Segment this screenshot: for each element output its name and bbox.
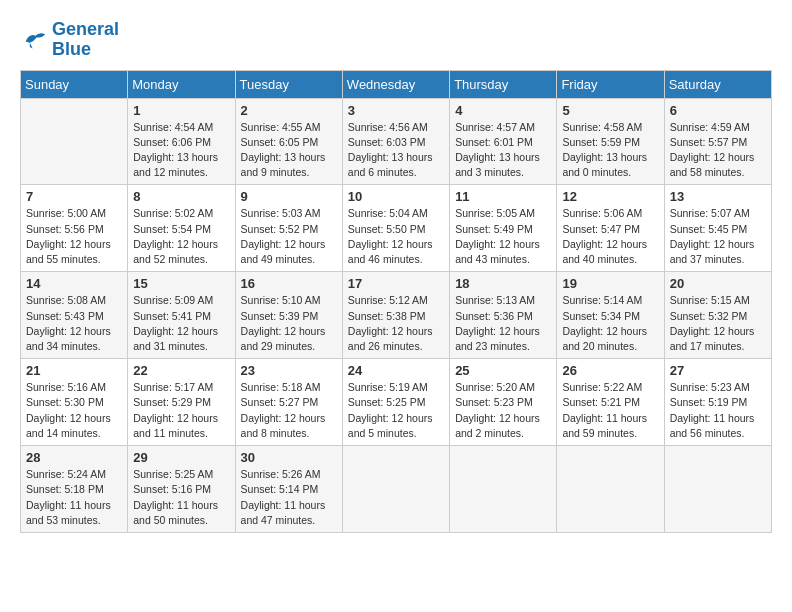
day-info: Sunrise: 5:20 AM Sunset: 5:23 PM Dayligh… <box>455 380 551 441</box>
day-number: 21 <box>26 363 122 378</box>
calendar-cell: 14Sunrise: 5:08 AM Sunset: 5:43 PM Dayli… <box>21 272 128 359</box>
calendar-cell: 16Sunrise: 5:10 AM Sunset: 5:39 PM Dayli… <box>235 272 342 359</box>
calendar-week-row: 1Sunrise: 4:54 AM Sunset: 6:06 PM Daylig… <box>21 98 772 185</box>
calendar-cell: 23Sunrise: 5:18 AM Sunset: 5:27 PM Dayli… <box>235 359 342 446</box>
calendar-cell: 19Sunrise: 5:14 AM Sunset: 5:34 PM Dayli… <box>557 272 664 359</box>
logo-text: General Blue <box>52 20 119 60</box>
day-info: Sunrise: 5:09 AM Sunset: 5:41 PM Dayligh… <box>133 293 229 354</box>
calendar-cell: 4Sunrise: 4:57 AM Sunset: 6:01 PM Daylig… <box>450 98 557 185</box>
day-info: Sunrise: 5:10 AM Sunset: 5:39 PM Dayligh… <box>241 293 337 354</box>
calendar-cell <box>21 98 128 185</box>
day-number: 7 <box>26 189 122 204</box>
day-info: Sunrise: 5:23 AM Sunset: 5:19 PM Dayligh… <box>670 380 766 441</box>
calendar-cell <box>342 446 449 533</box>
calendar-cell: 26Sunrise: 5:22 AM Sunset: 5:21 PM Dayli… <box>557 359 664 446</box>
calendar-cell: 1Sunrise: 4:54 AM Sunset: 6:06 PM Daylig… <box>128 98 235 185</box>
day-number: 29 <box>133 450 229 465</box>
day-info: Sunrise: 5:08 AM Sunset: 5:43 PM Dayligh… <box>26 293 122 354</box>
day-info: Sunrise: 5:13 AM Sunset: 5:36 PM Dayligh… <box>455 293 551 354</box>
day-info: Sunrise: 5:05 AM Sunset: 5:49 PM Dayligh… <box>455 206 551 267</box>
logo: General Blue <box>20 20 119 60</box>
day-header-thursday: Thursday <box>450 70 557 98</box>
day-header-monday: Monday <box>128 70 235 98</box>
day-info: Sunrise: 4:56 AM Sunset: 6:03 PM Dayligh… <box>348 120 444 181</box>
calendar-table: SundayMondayTuesdayWednesdayThursdayFrid… <box>20 70 772 533</box>
calendar-week-row: 21Sunrise: 5:16 AM Sunset: 5:30 PM Dayli… <box>21 359 772 446</box>
day-info: Sunrise: 5:06 AM Sunset: 5:47 PM Dayligh… <box>562 206 658 267</box>
day-number: 27 <box>670 363 766 378</box>
day-number: 10 <box>348 189 444 204</box>
calendar-cell: 25Sunrise: 5:20 AM Sunset: 5:23 PM Dayli… <box>450 359 557 446</box>
day-info: Sunrise: 5:14 AM Sunset: 5:34 PM Dayligh… <box>562 293 658 354</box>
day-header-friday: Friday <box>557 70 664 98</box>
calendar-cell: 24Sunrise: 5:19 AM Sunset: 5:25 PM Dayli… <box>342 359 449 446</box>
day-info: Sunrise: 5:22 AM Sunset: 5:21 PM Dayligh… <box>562 380 658 441</box>
day-info: Sunrise: 5:15 AM Sunset: 5:32 PM Dayligh… <box>670 293 766 354</box>
calendar-cell: 21Sunrise: 5:16 AM Sunset: 5:30 PM Dayli… <box>21 359 128 446</box>
calendar-cell: 5Sunrise: 4:58 AM Sunset: 5:59 PM Daylig… <box>557 98 664 185</box>
day-number: 8 <box>133 189 229 204</box>
day-number: 4 <box>455 103 551 118</box>
calendar-cell: 30Sunrise: 5:26 AM Sunset: 5:14 PM Dayli… <box>235 446 342 533</box>
day-number: 17 <box>348 276 444 291</box>
day-number: 12 <box>562 189 658 204</box>
calendar-cell: 28Sunrise: 5:24 AM Sunset: 5:18 PM Dayli… <box>21 446 128 533</box>
calendar-cell: 12Sunrise: 5:06 AM Sunset: 5:47 PM Dayli… <box>557 185 664 272</box>
day-number: 19 <box>562 276 658 291</box>
day-info: Sunrise: 5:18 AM Sunset: 5:27 PM Dayligh… <box>241 380 337 441</box>
day-info: Sunrise: 4:57 AM Sunset: 6:01 PM Dayligh… <box>455 120 551 181</box>
calendar-cell <box>664 446 771 533</box>
calendar-cell: 3Sunrise: 4:56 AM Sunset: 6:03 PM Daylig… <box>342 98 449 185</box>
day-number: 26 <box>562 363 658 378</box>
day-info: Sunrise: 5:03 AM Sunset: 5:52 PM Dayligh… <box>241 206 337 267</box>
calendar-week-row: 14Sunrise: 5:08 AM Sunset: 5:43 PM Dayli… <box>21 272 772 359</box>
day-header-saturday: Saturday <box>664 70 771 98</box>
day-number: 22 <box>133 363 229 378</box>
day-number: 28 <box>26 450 122 465</box>
calendar-cell: 27Sunrise: 5:23 AM Sunset: 5:19 PM Dayli… <box>664 359 771 446</box>
day-number: 30 <box>241 450 337 465</box>
day-number: 11 <box>455 189 551 204</box>
day-number: 9 <box>241 189 337 204</box>
day-number: 14 <box>26 276 122 291</box>
day-info: Sunrise: 4:58 AM Sunset: 5:59 PM Dayligh… <box>562 120 658 181</box>
calendar-cell: 20Sunrise: 5:15 AM Sunset: 5:32 PM Dayli… <box>664 272 771 359</box>
calendar-cell <box>557 446 664 533</box>
day-number: 2 <box>241 103 337 118</box>
calendar-cell: 6Sunrise: 4:59 AM Sunset: 5:57 PM Daylig… <box>664 98 771 185</box>
day-number: 5 <box>562 103 658 118</box>
day-number: 16 <box>241 276 337 291</box>
page-header: General Blue <box>20 20 772 60</box>
calendar-cell: 17Sunrise: 5:12 AM Sunset: 5:38 PM Dayli… <box>342 272 449 359</box>
calendar-header-row: SundayMondayTuesdayWednesdayThursdayFrid… <box>21 70 772 98</box>
day-info: Sunrise: 5:00 AM Sunset: 5:56 PM Dayligh… <box>26 206 122 267</box>
calendar-cell: 15Sunrise: 5:09 AM Sunset: 5:41 PM Dayli… <box>128 272 235 359</box>
day-info: Sunrise: 5:04 AM Sunset: 5:50 PM Dayligh… <box>348 206 444 267</box>
calendar-week-row: 7Sunrise: 5:00 AM Sunset: 5:56 PM Daylig… <box>21 185 772 272</box>
day-number: 13 <box>670 189 766 204</box>
day-info: Sunrise: 5:02 AM Sunset: 5:54 PM Dayligh… <box>133 206 229 267</box>
calendar-cell: 10Sunrise: 5:04 AM Sunset: 5:50 PM Dayli… <box>342 185 449 272</box>
day-header-wednesday: Wednesday <box>342 70 449 98</box>
calendar-cell: 2Sunrise: 4:55 AM Sunset: 6:05 PM Daylig… <box>235 98 342 185</box>
day-info: Sunrise: 4:54 AM Sunset: 6:06 PM Dayligh… <box>133 120 229 181</box>
day-number: 23 <box>241 363 337 378</box>
calendar-cell: 7Sunrise: 5:00 AM Sunset: 5:56 PM Daylig… <box>21 185 128 272</box>
calendar-cell: 22Sunrise: 5:17 AM Sunset: 5:29 PM Dayli… <box>128 359 235 446</box>
day-number: 24 <box>348 363 444 378</box>
day-info: Sunrise: 4:55 AM Sunset: 6:05 PM Dayligh… <box>241 120 337 181</box>
day-number: 6 <box>670 103 766 118</box>
logo-icon <box>20 26 48 54</box>
calendar-cell: 18Sunrise: 5:13 AM Sunset: 5:36 PM Dayli… <box>450 272 557 359</box>
calendar-body: 1Sunrise: 4:54 AM Sunset: 6:06 PM Daylig… <box>21 98 772 532</box>
calendar-week-row: 28Sunrise: 5:24 AM Sunset: 5:18 PM Dayli… <box>21 446 772 533</box>
day-number: 1 <box>133 103 229 118</box>
day-info: Sunrise: 5:19 AM Sunset: 5:25 PM Dayligh… <box>348 380 444 441</box>
calendar-cell: 11Sunrise: 5:05 AM Sunset: 5:49 PM Dayli… <box>450 185 557 272</box>
day-number: 20 <box>670 276 766 291</box>
day-header-sunday: Sunday <box>21 70 128 98</box>
day-number: 18 <box>455 276 551 291</box>
day-info: Sunrise: 5:25 AM Sunset: 5:16 PM Dayligh… <box>133 467 229 528</box>
calendar-cell <box>450 446 557 533</box>
day-header-tuesday: Tuesday <box>235 70 342 98</box>
